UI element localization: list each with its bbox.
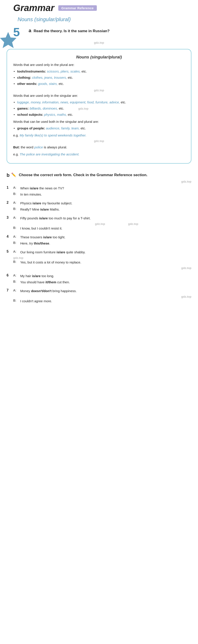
watermark-inline: gdz.top (78, 107, 89, 110)
subtitle: Nouns (singular/plural) (0, 15, 198, 24)
ex7-text-b: I couldn't agree more. (20, 298, 192, 304)
ex1-text-b: In ten minutes. (20, 192, 192, 197)
eg2-text: The police are investigating the acciden… (20, 152, 79, 156)
singular-ex-1: luggage, money, information, news, equip… (17, 100, 120, 104)
ex1-text-a: When is/are the news on TV? (20, 186, 192, 191)
plural-ex-2: clothes, jeans, trousers, (32, 76, 67, 79)
ex1-speaker-a: A: (13, 186, 18, 190)
singular-list: luggage, money, information, news, equip… (13, 100, 185, 117)
exercise-1: 1 A: When is/are the news on TV? 1 B: In… (6, 186, 192, 197)
eg1: e.g. My family like(s) to spend weekends… (13, 133, 185, 138)
plural-ex-1: scissors, pliers, scales, (47, 70, 81, 73)
watermark-ex3-text2: gdz.top (128, 222, 138, 226)
ex1-line-b: 1 B: In ten minutes. (6, 192, 192, 197)
ex6-text-a: My hair is/are too long. (20, 274, 192, 279)
ex3-line-b: 3 B: I know, but I couldn't resist it. (6, 226, 192, 231)
ex4-speaker-b: B: (13, 241, 18, 244)
ex6-option-b: it/them (46, 280, 56, 284)
exercise-5: 5 A: Our living room furniture is/are qu… (6, 250, 192, 270)
plural-cat-1: tools/instruments: (17, 70, 47, 73)
grammar-box: Nouns (singular/plural) Words that are u… (6, 49, 192, 164)
both-ex-1: audience, family, team, (46, 126, 80, 130)
exercise-list: 1 A: When is/are the news on TV? 1 B: In… (6, 186, 192, 304)
ex5-text-a: Our living room furniture is/are quite s… (20, 250, 192, 255)
ex4-text-a: These trousers is/are too tight. (20, 234, 192, 240)
section-a-label: a (29, 28, 31, 33)
ex2-text-a: Physics is/are my favourite subject. (20, 201, 192, 206)
watermark-ex7-text: gdz.top (181, 295, 192, 298)
singular-cat-2: games: (17, 106, 30, 110)
ex6-text-b: You should have it/them cut then. (20, 280, 192, 285)
section-a-block: a Read the theory. Is it the same in Rus… (29, 26, 194, 34)
ex5-text-b: Yes, but it costs a lot of money to repl… (20, 260, 192, 265)
ex7-speaker-b: B: (13, 298, 18, 302)
section-b-label: b (6, 172, 9, 178)
watermark-ex3: gdz.top gdz.top (6, 222, 192, 226)
watermark-eg-text: gdz.top (94, 139, 104, 143)
eg1-text: My family like(s) to spend weekends toge… (20, 134, 87, 137)
ex4-option-a: is/are (43, 235, 52, 239)
ex1-option-a: is/are (30, 186, 38, 190)
pencil-icon: ✏️ (11, 172, 16, 177)
plural-ex-3: goods, stairs, (38, 82, 58, 86)
ex6-option-a: is/are (32, 274, 40, 278)
watermark-top: gdz.top (94, 41, 104, 44)
watermark-ex5: gdz.top (13, 256, 192, 260)
ex5-line-b: 5 B: Yes, but it costs a lot of money to… (6, 260, 192, 265)
ex4-line-a: 4 A: These trousers is/are too tight. (6, 234, 192, 240)
ex3-text-a: Fifty pounds is/are too much to pay for … (20, 216, 192, 221)
exercise-2: 2 A: Physics is/are my favourite subject… (6, 201, 192, 212)
ex7-option-a: doesn't/don't (31, 289, 51, 293)
ex2-text-b: Really? Mine is/are Maths. (20, 207, 192, 212)
singular-item-1: luggage, money, information, news, equip… (13, 100, 185, 105)
grammar-box-title: Nouns (singular/plural) (13, 55, 185, 60)
plural-cat-2: clothing: (17, 76, 32, 79)
ex4-number: 4 (6, 234, 11, 238)
plural-item-2: clothing: clothes, jeans, trousers, etc. (13, 75, 185, 80)
exercise-4: 4 A: These trousers is/are too tight. 4 … (6, 234, 192, 246)
section-b-container: b ✏️ Choose the correct verb form. Check… (0, 168, 198, 304)
ex5-number: 5 (6, 250, 11, 254)
ex7-line-b: 7 B: I couldn't agree more. (6, 298, 192, 304)
ex1-speaker-b: B: (13, 192, 18, 196)
plural-item-3: other words: goods, stairs, etc. (13, 81, 185, 86)
ex5-speaker-a: A: (13, 250, 18, 253)
eg2: e.g. The police are investigating the ac… (13, 152, 185, 157)
star-decoration (0, 31, 16, 50)
watermark-b: gdz.top (6, 180, 192, 184)
ex4-text-b: Here, try this/these. (20, 241, 192, 246)
ex6-speaker-a: A: (13, 274, 18, 277)
singular-ex-2: billiards, dominoes, (30, 106, 58, 110)
section-b-header: b ✏️ Choose the correct verb form. Check… (6, 172, 192, 178)
ex2-number: 2 (6, 201, 11, 204)
grammar-reference-badge: Grammar Reference (58, 5, 97, 11)
ex3-line-a: 3 A: Fifty pounds is/are too much to pay… (6, 216, 192, 221)
ex2-speaker-b: B: (13, 207, 18, 210)
page-container: Grammar Grammar Reference Nouns (singula… (0, 0, 198, 316)
ex6-line-a: 6 A: My hair is/are too long. (6, 274, 192, 279)
ex5-line-a: 5 A: Our living room furniture is/are qu… (6, 250, 192, 255)
ex6-speaker-b: B: (13, 280, 18, 283)
page-title: Grammar (13, 3, 54, 13)
ex6-number: 6 (6, 274, 11, 277)
ex2-option-b: is/are (40, 208, 49, 211)
watermark-ex3-text: gdz.top (95, 222, 105, 226)
singular-intro: Words that are used only in the singular… (13, 93, 185, 98)
but-line: But: the word police is always plural. (13, 145, 185, 150)
ex1-line-a: 1 A: When is/are the news on TV? (6, 186, 192, 191)
ex6-line-b: 6 B: You should have it/them cut then. (6, 280, 192, 285)
watermark-box: gdz.top (94, 89, 104, 92)
ex3-number: 3 (6, 216, 11, 220)
plural-item-1: tools/instruments: scissors, pliers, sca… (13, 69, 185, 74)
ex4-option-b: this/these (34, 242, 49, 245)
ex3-speaker-a: A: (13, 216, 18, 219)
plural-list: tools/instruments: scissors, pliers, sca… (13, 69, 185, 86)
ex4-line-b: 4 B: Here, try this/these. (6, 241, 192, 246)
but-bold: But: (13, 145, 20, 149)
ex2-line-b: 2 B: Really? Mine is/are Maths. (6, 207, 192, 212)
ex2-line-a: 2 A: Physics is/are my favourite subject… (6, 201, 192, 206)
ex5-option-a: is/are (57, 250, 65, 254)
ex7-line-a: 7 A: Money doesn't/don't bring happiness… (6, 288, 192, 294)
police-word: police (34, 145, 43, 149)
watermark-b-text: gdz.top (181, 180, 192, 183)
